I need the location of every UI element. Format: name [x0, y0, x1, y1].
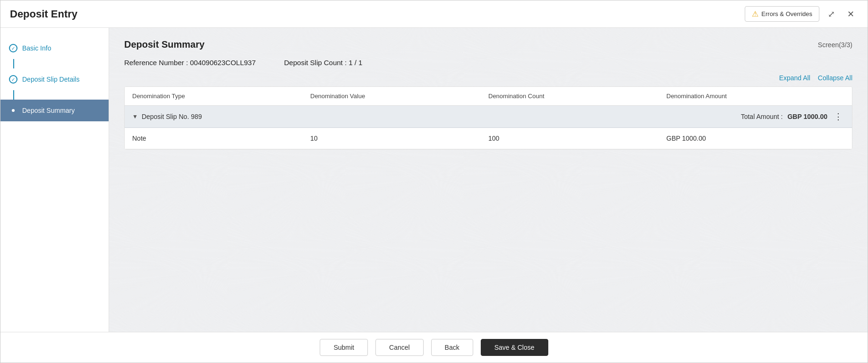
modal-footer: Submit Cancel Back Save & Close — [0, 332, 868, 363]
chevron-down-icon: ▼ — [132, 113, 138, 120]
modal-container: Deposit Entry ⚠ Errors & Overrides ⤢ ✕ ✓… — [0, 0, 868, 363]
cell-denomination-type: Note — [132, 135, 310, 142]
sidebar-connector-2 — [13, 90, 14, 100]
modal-header: Deposit Entry ⚠ Errors & Overrides ⤢ ✕ — [0, 0, 868, 28]
main-content: Deposit Summary Screen(3/3) Reference Nu… — [109, 28, 868, 332]
maximize-button[interactable]: ⤢ — [824, 7, 839, 21]
save-close-button[interactable]: Save & Close — [481, 339, 548, 356]
modal-body: ✓ Basic Info ✓ Deposit Slip Details Depo… — [0, 28, 868, 332]
close-button[interactable]: ✕ — [843, 7, 858, 21]
sidebar-item-basic-info[interactable]: ✓ Basic Info — [0, 37, 109, 59]
col-header-denomination-amount: Denomination Amount — [666, 93, 844, 100]
reference-number: Reference Number : 004090623COLL937 — [124, 59, 256, 67]
submit-button[interactable]: Submit — [320, 339, 368, 356]
content-area: Deposit Summary Screen(3/3) Reference Nu… — [109, 28, 868, 332]
more-options-icon[interactable]: ⋮ — [832, 111, 844, 122]
back-button[interactable]: Back — [431, 339, 473, 356]
sidebar-connector-1 — [13, 59, 14, 68]
deposit-slip-count: Deposit Slip Count : 1 / 1 — [284, 59, 363, 67]
content-title: Deposit Summary — [124, 39, 204, 50]
content-header: Deposit Summary Screen(3/3) — [124, 39, 852, 50]
col-header-denomination-value: Denomination Value — [310, 93, 488, 100]
cell-denomination-value: 10 — [310, 135, 488, 142]
step-icon-deposit-summary — [9, 106, 17, 115]
cancel-button[interactable]: Cancel — [375, 339, 424, 356]
errors-button-label: Errors & Overrides — [761, 10, 812, 17]
sidebar-item-deposit-summary[interactable]: Deposit Summary — [0, 100, 109, 121]
total-label: Total Amount : — [741, 113, 783, 120]
deposit-slip-row: ▼ Deposit Slip No. 989 Total Amount : GB… — [125, 106, 852, 128]
step-icon-deposit-slip: ✓ — [9, 75, 17, 84]
warning-icon: ⚠ — [752, 9, 758, 18]
step-icon-basic-info: ✓ — [9, 44, 17, 52]
modal-title: Deposit Entry — [10, 8, 77, 20]
table-row: Note 10 100 GBP 1000.00 — [125, 128, 852, 149]
header-actions: ⚠ Errors & Overrides ⤢ ✕ — [745, 6, 858, 22]
total-value: GBP 1000.00 — [787, 113, 827, 120]
errors-overrides-button[interactable]: ⚠ Errors & Overrides — [745, 6, 819, 22]
col-header-denomination-count: Denomination Count — [488, 93, 666, 100]
deposit-slip-right: Total Amount : GBP 1000.00 ⋮ — [741, 111, 844, 122]
expand-all-button[interactable]: Expand All — [779, 74, 810, 82]
table-header: Denomination Type Denomination Value Den… — [125, 87, 852, 106]
col-header-denomination-type: Denomination Type — [132, 93, 310, 100]
sidebar-item-label-deposit-slip: Deposit Slip Details — [22, 76, 79, 83]
sidebar-item-label-deposit-summary: Deposit Summary — [22, 107, 75, 114]
info-row: Reference Number : 004090623COLL937 Depo… — [124, 59, 852, 67]
expand-collapse-row: Expand All Collapse All — [124, 74, 852, 82]
collapse-all-button[interactable]: Collapse All — [818, 74, 852, 82]
cell-denomination-amount: GBP 1000.00 — [666, 135, 844, 142]
deposit-slip-label: Deposit Slip No. 989 — [142, 113, 202, 120]
sidebar-item-label-basic-info: Basic Info — [22, 44, 51, 52]
screen-indicator: Screen(3/3) — [818, 41, 852, 49]
table-container: Denomination Type Denomination Value Den… — [124, 86, 852, 150]
cell-denomination-count: 100 — [488, 135, 666, 142]
sidebar: ✓ Basic Info ✓ Deposit Slip Details Depo… — [0, 28, 109, 332]
deposit-slip-left: ▼ Deposit Slip No. 989 — [132, 113, 202, 120]
sidebar-item-deposit-slip-details[interactable]: ✓ Deposit Slip Details — [0, 68, 109, 90]
